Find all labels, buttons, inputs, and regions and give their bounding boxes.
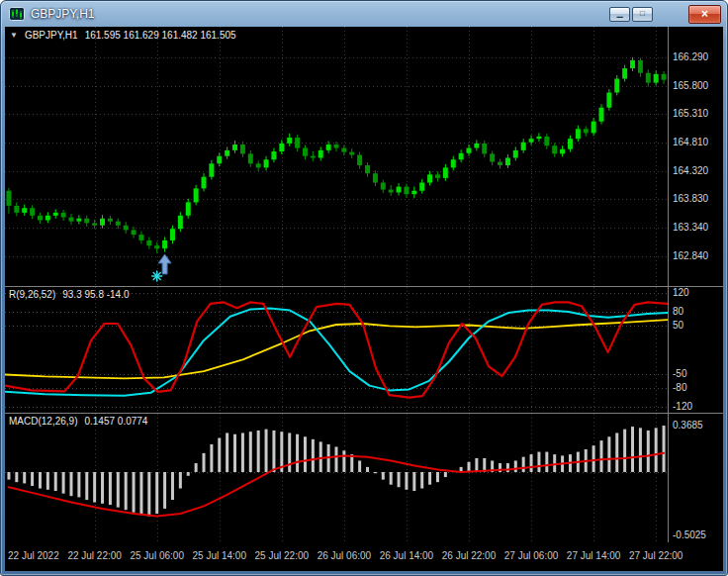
macd-panel[interactable]: MACD(12,26,9) 0.1457 0.0774 bbox=[5, 414, 668, 542]
chart-window: GBPJPY,H1 ▁ □ × ▼ GBPJPY,H1 161.595 161.… bbox=[0, 0, 728, 576]
scale-tick-label: 120 bbox=[673, 287, 689, 298]
macd-canvas[interactable] bbox=[5, 414, 668, 542]
minimize-button[interactable]: ▁ bbox=[609, 7, 630, 22]
oscillator-label: R(9,26,52) 93.3 95.8 -14.0 bbox=[9, 289, 130, 300]
time-tick-label: 27 Jul 14:00 bbox=[567, 550, 621, 561]
restore-button[interactable]: □ bbox=[632, 7, 653, 22]
oscillator-canvas[interactable] bbox=[5, 287, 668, 413]
oscillator-panel[interactable]: R(9,26,52) 93.3 95.8 -14.0 bbox=[5, 287, 668, 413]
price-scale[interactable]: 166.290165.800165.310164.810164.320163.8… bbox=[669, 27, 723, 542]
scale-tick-label: 50 bbox=[673, 320, 683, 331]
chart-window-icon bbox=[9, 7, 25, 21]
window-title: GBPJPY,H1 bbox=[31, 7, 94, 21]
time-tick-label: 26 Jul 22:00 bbox=[442, 550, 497, 561]
scale-tick-label: -0.5025 bbox=[673, 529, 706, 540]
oscillator-name: R(9,26,52) bbox=[9, 289, 55, 300]
macd-values: 0.1457 0.0774 bbox=[84, 416, 147, 427]
time-tick-label: 22 Jul 22:00 bbox=[67, 550, 122, 561]
time-tick-label: 26 Jul 06:00 bbox=[318, 550, 372, 561]
info-ohlc-values: 161.595 161.629 161.482 161.505 bbox=[85, 30, 236, 41]
info-symbol: GBPJPY,H1 bbox=[25, 30, 78, 41]
macd-name: MACD(12,26,9) bbox=[9, 416, 77, 427]
symbol-dropdown-icon[interactable]: ▼ bbox=[10, 31, 18, 40]
scale-tick-label: 163.340 bbox=[673, 222, 708, 233]
time-tick-label: 25 Jul 22:00 bbox=[255, 550, 310, 561]
scale-tick-label: 80 bbox=[673, 306, 683, 317]
titlebar[interactable]: GBPJPY,H1 ▁ □ × bbox=[1, 1, 727, 27]
scale-tick-label: 165.800 bbox=[673, 80, 708, 91]
ohlc-info-line[interactable]: ▼ GBPJPY,H1 161.595 161.629 161.482 161.… bbox=[10, 30, 236, 41]
oscillator-values: 93.3 95.8 -14.0 bbox=[62, 289, 129, 300]
scale-tick-label: -50 bbox=[673, 368, 686, 379]
time-tick-label: 25 Jul 14:00 bbox=[193, 550, 247, 561]
scale-tick-label: 164.320 bbox=[673, 165, 708, 176]
scale-tick-label: 163.830 bbox=[673, 193, 708, 204]
scale-tick-label: 166.290 bbox=[673, 51, 708, 62]
scale-tick-label: -120 bbox=[673, 401, 692, 412]
scale-tick-label: 0.3685 bbox=[673, 420, 703, 431]
close-button[interactable]: × bbox=[688, 5, 721, 24]
macd-label: MACD(12,26,9) 0.1457 0.0774 bbox=[9, 416, 147, 427]
scale-tick-label: -80 bbox=[673, 382, 686, 393]
chart-client-area: ▼ GBPJPY,H1 161.595 161.629 161.482 161.… bbox=[5, 27, 723, 571]
time-scale[interactable]: 22 Jul 202222 Jul 22:0025 Jul 06:0025 Ju… bbox=[5, 542, 723, 571]
time-tick-label: 27 Jul 06:00 bbox=[504, 550, 559, 561]
scale-tick-label: 164.810 bbox=[673, 137, 708, 147]
scale-tick-label: 165.310 bbox=[673, 108, 708, 119]
price-chart-panel[interactable]: ▼ GBPJPY,H1 161.595 161.629 161.482 161.… bbox=[5, 27, 668, 286]
time-tick-label: 27 Jul 22:00 bbox=[629, 550, 683, 561]
price-chart-canvas[interactable] bbox=[5, 27, 668, 286]
time-tick-label: 26 Jul 14:00 bbox=[380, 550, 434, 561]
time-tick-label: 22 Jul 2022 bbox=[8, 550, 59, 561]
time-tick-label: 25 Jul 06:00 bbox=[130, 550, 184, 561]
scale-tick-label: 162.840 bbox=[673, 250, 708, 261]
